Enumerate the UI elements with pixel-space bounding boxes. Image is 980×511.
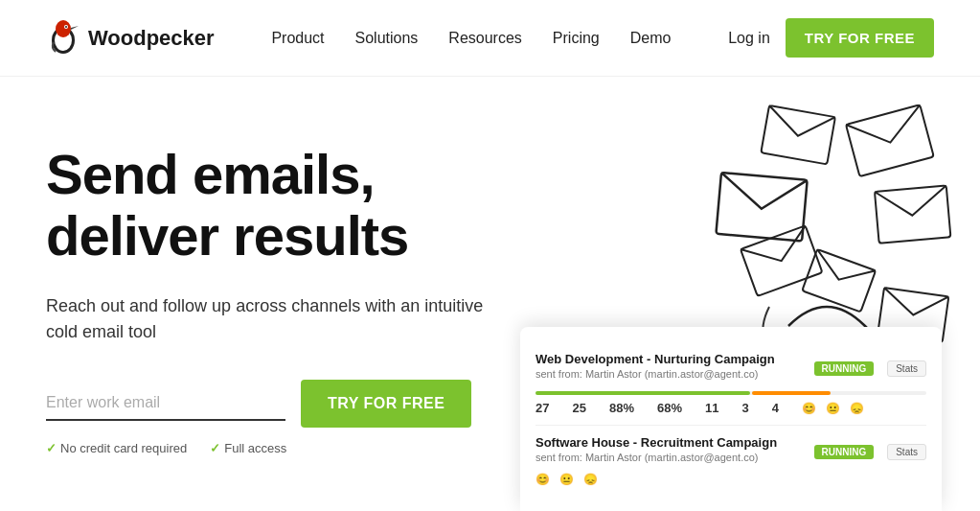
- cta-note-2-text: Full access: [224, 441, 286, 455]
- stat-7: 4: [772, 401, 779, 415]
- hero-content: Send emails, deliver results Reach out a…: [46, 134, 506, 455]
- campaign-name-1: Web Development - Nurturing Campaign: [536, 352, 775, 366]
- try-free-button[interactable]: TRY FOR FREE: [301, 380, 471, 428]
- nav-product[interactable]: Product: [271, 30, 324, 47]
- stat-1: 27: [536, 401, 549, 415]
- emoji-1: 😊: [802, 402, 816, 415]
- cta-row: TRY FOR FREE: [46, 380, 506, 428]
- emoji-3: 😞: [850, 402, 864, 415]
- stats-button-2[interactable]: Stats: [887, 444, 926, 460]
- campaign-name-2: Software House - Recruitment Campaign: [536, 435, 777, 450]
- campaign-row: Web Development - Nurturing Campaign sen…: [536, 342, 926, 426]
- emoji-6: 😞: [583, 473, 598, 486]
- nav-pricing[interactable]: Pricing: [553, 30, 600, 47]
- cta-note-1-text: No credit card required: [60, 441, 187, 455]
- emoji-2: 😐: [826, 402, 840, 415]
- campaign-sender-1: sent from: Martin Astor (martin.astor@ag…: [536, 368, 775, 380]
- logo-text: Woodpecker: [88, 26, 215, 51]
- running-badge-1: RUNNING: [814, 361, 875, 376]
- emoji-stats-1: 😊 😐 😞: [802, 402, 864, 415]
- hero-subtitle: Reach out and follow up across channels …: [46, 293, 506, 345]
- emoji-5: 😐: [559, 473, 574, 486]
- bar-green-1: [536, 391, 750, 395]
- stat-5: 11: [705, 401, 718, 415]
- svg-marker-3: [71, 26, 79, 30]
- stats-row-2: 😊 😐 😞: [536, 473, 926, 486]
- nav-demo[interactable]: Demo: [630, 30, 672, 47]
- hero-illustration: Web Development - Nurturing Campaign sen…: [501, 77, 980, 511]
- logo-icon: [46, 17, 80, 59]
- emoji-4: 😊: [536, 473, 550, 486]
- campaign-row-2: Software House - Recruitment Campaign se…: [536, 426, 926, 496]
- svg-rect-6: [846, 105, 934, 176]
- svg-rect-10: [802, 249, 876, 312]
- nav-actions: Log in TRY FOR FREE: [728, 18, 934, 58]
- stats-button-1[interactable]: Stats: [887, 360, 926, 377]
- login-link[interactable]: Log in: [728, 30, 770, 47]
- stats-row-1: 27 25 88% 68% 11 3 4 😊 😐 😞: [536, 401, 926, 415]
- stat-2: 25: [572, 401, 585, 415]
- nav-resources[interactable]: Resources: [448, 30, 521, 47]
- check-icon-1: ✓: [46, 441, 57, 455]
- nav-solutions[interactable]: Solutions: [355, 30, 419, 47]
- stat-6: 3: [741, 401, 748, 415]
- main-nav: Product Solutions Resources Pricing Demo: [271, 30, 671, 47]
- campaign-bar-1: [536, 391, 926, 395]
- running-badge-2: RUNNING: [814, 445, 875, 459]
- cta-note-1: ✓ No credit card required: [46, 441, 187, 455]
- check-icon-2: ✓: [210, 441, 220, 455]
- logo[interactable]: Woodpecker: [46, 17, 215, 59]
- stat-3: 88%: [609, 401, 634, 415]
- hero-title: Send emails, deliver results: [46, 144, 506, 267]
- bar-orange-1: [752, 391, 831, 395]
- email-input[interactable]: [46, 386, 285, 421]
- campaign-sender-2: sent from: Martin Astor (martin.astor@ag…: [536, 452, 777, 463]
- dashboard-preview: Web Development - Nurturing Campaign sen…: [520, 327, 942, 511]
- cta-notes: ✓ No credit card required ✓ Full access: [46, 441, 506, 455]
- cta-note-2: ✓ Full access: [210, 441, 286, 455]
- svg-point-5: [65, 26, 67, 28]
- try-free-nav-button[interactable]: TRY FOR FREE: [786, 18, 934, 58]
- emoji-stats-2: 😊 😐 😞: [536, 473, 598, 486]
- stat-4: 68%: [657, 401, 682, 415]
- svg-point-2: [56, 20, 71, 37]
